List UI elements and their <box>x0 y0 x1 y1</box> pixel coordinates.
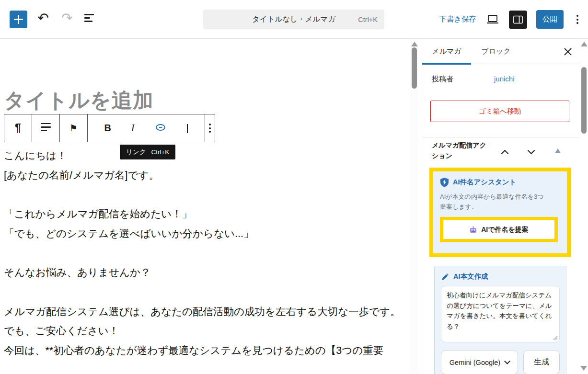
body-line[interactable]: 「これからメルマガ配信を始めたい！」 <box>4 204 403 224</box>
move-panel-up-button[interactable] <box>499 145 511 158</box>
flag-icon: ⚑ <box>69 123 78 134</box>
body-line[interactable]: そんなお悩み、ありませんか？ <box>4 263 403 283</box>
ai-prompt-wrap: 初心者向けにメルマガ配信システムの選び方についてをテーマに、メルマガを書きたい。… <box>441 286 560 344</box>
author-name-link[interactable]: junichi <box>494 75 515 83</box>
scrollbar-thumb[interactable] <box>412 47 417 89</box>
highlight-frame: AIで件名を提案 <box>440 217 558 242</box>
body-line[interactable]: [あなたの名前/メルマガ名]です。 <box>4 166 403 185</box>
pencil-icon <box>441 272 450 281</box>
paragraph-icon: ¶ <box>15 122 21 135</box>
publish-button[interactable]: 公開 <box>536 10 564 29</box>
ai-suggest-subject-label: AIで件名を提案 <box>481 226 529 234</box>
sidebar-tabbar: メルマガ ブロック <box>422 39 588 64</box>
redo-icon: ↷ <box>61 11 72 25</box>
ai-body-title: AI本文作成 <box>453 272 488 281</box>
body-line[interactable] <box>4 185 403 204</box>
ai-suggest-subject-button[interactable]: AIで件名を提案 <box>443 220 554 239</box>
chevron-down-icon <box>528 147 535 155</box>
block-toolbar: ¶ ⚑ B I <box>4 114 215 142</box>
ai-generate-button[interactable]: 生成 <box>523 350 560 374</box>
post-title-placeholder[interactable]: タイトルを追加 <box>4 87 154 114</box>
body-line[interactable]: 今回は、**初心者のあなたが迷わず最適なシステムを見つけるための【3つの重要 <box>4 341 403 361</box>
content-scrollbar[interactable] <box>410 39 418 374</box>
chevron-up-icon <box>501 150 509 158</box>
undo-button[interactable]: ↶ <box>34 9 53 28</box>
command-palette-button[interactable]: タイトルなし・メルマガ Ctrl+K <box>203 10 384 29</box>
ai-model-value: Gemini (Google) <box>450 359 500 366</box>
chevron-down-icon <box>504 358 510 364</box>
kebab-icon <box>205 122 215 135</box>
command-shortcut: Ctrl+K <box>358 16 378 23</box>
scroll-up-arrow-icon[interactable] <box>581 42 588 46</box>
close-sidebar-button[interactable] <box>564 47 572 56</box>
list-view-button[interactable] <box>84 14 96 24</box>
settings-panel-toggle[interactable] <box>509 11 527 29</box>
move-to-trash-button[interactable]: ゴミ箱へ移動 <box>430 101 569 122</box>
kebab-icon <box>576 15 578 17</box>
collapse-panel-triangle-icon[interactable] <box>555 148 561 153</box>
editor-topbar: ↶ ↷ タイトルなし・メルマガ Ctrl+K 下書き保存 <box>0 0 588 39</box>
marker-button[interactable]: ⚑ <box>60 114 88 142</box>
laptop-icon <box>485 13 500 26</box>
list-view-icon <box>84 14 94 15</box>
ai-controls: Gemini (Google) 生成 <box>441 350 560 374</box>
ai-subject-header: AI件名アシスタント <box>440 177 560 187</box>
resize-handle-icon[interactable] <box>553 336 558 340</box>
tab-block[interactable]: ブロック <box>471 39 521 64</box>
sidebar-scrollbar[interactable] <box>580 39 588 374</box>
undo-icon: ↶ <box>37 11 48 25</box>
topbar-actions: 下書き保存 公開 <box>439 0 582 39</box>
paragraph-block-button[interactable]: ¶ <box>4 114 32 142</box>
align-left-icon <box>41 123 51 134</box>
sidebar-panel-icon <box>513 15 523 24</box>
align-button[interactable] <box>32 114 60 142</box>
body-line[interactable]: 「でも、どのシステムを選べばいいか分からない...」 <box>4 224 403 244</box>
link-icon <box>154 122 167 133</box>
shield-bolt-icon <box>440 177 449 187</box>
wordpress-block-editor: ↶ ↷ タイトルなし・メルマガ Ctrl+K 下書き保存 <box>0 0 588 374</box>
more-rich-text-button[interactable] <box>187 124 188 133</box>
link-tooltip: リンク Ctrl+K <box>120 145 175 159</box>
body-line[interactable]: でも、ご安心ください！ <box>4 321 403 341</box>
chevron-down-icon <box>187 124 188 133</box>
body-line[interactable] <box>4 244 403 263</box>
settings-sidebar: メルマガ ブロック 投稿者 junichi ゴミ箱へ移動 メルマガ配信アクション… <box>422 39 588 374</box>
body-line[interactable]: メルマガ配信システム選びは、あなたの配信活動の成功を左右する大切な一歩です。 <box>4 302 403 322</box>
bold-button[interactable]: B <box>104 123 111 134</box>
ai-subject-panel-highlighted: AI件名アシスタント AIが本文の内容から最適な件名を3つ提案します。 AIで件… <box>429 168 571 257</box>
scroll-up-arrow-icon[interactable] <box>411 42 418 46</box>
divider <box>422 137 580 137</box>
tab-newsletter[interactable]: メルマガ <box>422 39 471 64</box>
ai-subject-description: AIが本文の内容から最適な件名を3つ提案します。 <box>440 192 548 212</box>
move-panel-down-button[interactable] <box>525 145 538 158</box>
redo-button[interactable]: ↷ <box>58 9 77 28</box>
author-row: 投稿者 junichi <box>432 75 574 84</box>
tooltip-label: リンク <box>126 148 146 157</box>
scrollbar-thumb[interactable] <box>581 67 587 134</box>
body-line[interactable] <box>4 283 403 302</box>
robot-icon <box>469 226 477 234</box>
options-menu-button[interactable] <box>573 13 582 26</box>
ai-prompt-textarea[interactable]: 初心者向けにメルマガ配信システムの選び方についてをテーマに、メルマガを書きたい。… <box>441 286 560 342</box>
block-inserter-button[interactable] <box>10 11 27 28</box>
panel-title: メルマガ配信アクション <box>432 140 488 161</box>
block-options-button[interactable] <box>205 114 215 142</box>
body-line[interactable]: こんにちは！ <box>4 146 403 166</box>
ai-model-select[interactable]: Gemini (Google) <box>441 350 518 374</box>
ai-body-header: AI本文作成 <box>441 272 560 281</box>
post-body[interactable]: こんにちは！ [あなたの名前/メルマガ名]です。 「これからメルマガ配信を始めた… <box>4 146 403 361</box>
author-label: 投稿者 <box>432 75 453 83</box>
editor-canvas: タイトルを追加 ¶ ⚑ B I <box>0 39 410 374</box>
save-draft-button[interactable]: 下書き保存 <box>439 14 476 24</box>
scroll-down-arrow-icon[interactable] <box>580 366 587 371</box>
ai-subject-title: AI件名アシスタント <box>453 178 517 187</box>
document-title: タイトルなし・メルマガ <box>252 14 335 24</box>
italic-button[interactable]: I <box>131 123 135 134</box>
rich-text-tools: B I <box>88 114 205 142</box>
link-button[interactable] <box>154 122 167 135</box>
ai-body-panel: AI本文作成 初心者向けにメルマガ配信システムの選び方についてをテーマに、メルマ… <box>434 266 566 374</box>
preview-button[interactable] <box>485 13 500 26</box>
tooltip-shortcut: Ctrl+K <box>151 148 169 156</box>
